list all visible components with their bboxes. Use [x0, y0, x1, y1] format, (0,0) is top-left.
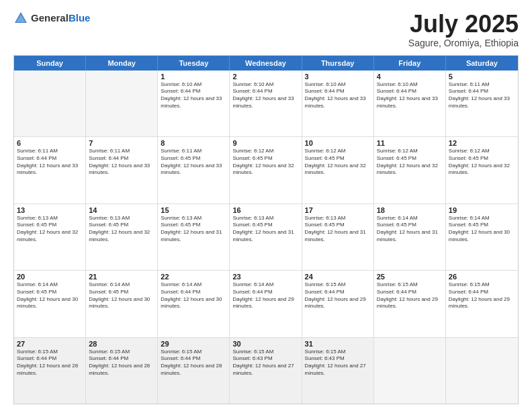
day-info: Sunrise: 6:13 AM Sunset: 6:45 PM Dayligh… [89, 215, 154, 244]
weekday-header: Thursday [302, 56, 374, 71]
day-number: 17 [305, 206, 371, 214]
calendar-cell: 19Sunrise: 6:14 AM Sunset: 6:45 PM Dayli… [446, 204, 518, 270]
day-info: Sunrise: 6:10 AM Sunset: 6:44 PM Dayligh… [161, 81, 226, 110]
calendar-cell: 5Sunrise: 6:11 AM Sunset: 6:44 PM Daylig… [446, 71, 518, 136]
calendar-cell: 28Sunrise: 6:15 AM Sunset: 6:44 PM Dayli… [86, 338, 158, 404]
day-number: 18 [377, 206, 443, 214]
calendar-cell: 26Sunrise: 6:15 AM Sunset: 6:44 PM Dayli… [446, 271, 518, 336]
day-info: Sunrise: 6:14 AM Sunset: 6:45 PM Dayligh… [449, 215, 515, 244]
day-info: Sunrise: 6:10 AM Sunset: 6:44 PM Dayligh… [232, 81, 298, 110]
calendar: SundayMondayTuesdayWednesdayThursdayFrid… [13, 55, 519, 404]
day-number: 13 [17, 206, 83, 214]
day-number: 25 [377, 273, 443, 281]
day-number: 26 [449, 273, 515, 281]
day-number: 27 [17, 340, 83, 348]
day-number: 6 [17, 139, 83, 147]
day-info: Sunrise: 6:15 AM Sunset: 6:44 PM Dayligh… [17, 349, 83, 377]
day-info: Sunrise: 6:15 AM Sunset: 6:44 PM Dayligh… [377, 281, 443, 310]
title-block: July 2025 Sagure, Oromiya, Ethiopia [408, 11, 519, 48]
calendar-cell: 1Sunrise: 6:10 AM Sunset: 6:44 PM Daylig… [158, 71, 230, 136]
calendar-cell: 31Sunrise: 6:15 AM Sunset: 6:43 PM Dayli… [302, 338, 374, 404]
calendar-cell: 12Sunrise: 6:12 AM Sunset: 6:45 PM Dayli… [446, 137, 518, 203]
day-info: Sunrise: 6:15 AM Sunset: 6:44 PM Dayligh… [161, 349, 226, 377]
calendar-cell [86, 71, 158, 136]
calendar-cell: 10Sunrise: 6:12 AM Sunset: 6:45 PM Dayli… [302, 137, 374, 203]
weekday-header: Wednesday [230, 56, 302, 71]
calendar-row: 1Sunrise: 6:10 AM Sunset: 6:44 PM Daylig… [14, 71, 518, 137]
day-info: Sunrise: 6:11 AM Sunset: 6:44 PM Dayligh… [17, 148, 83, 177]
calendar-row: 27Sunrise: 6:15 AM Sunset: 6:44 PM Dayli… [14, 338, 518, 404]
calendar-cell [446, 338, 518, 404]
day-info: Sunrise: 6:10 AM Sunset: 6:44 PM Dayligh… [305, 81, 371, 110]
calendar-cell: 16Sunrise: 6:13 AM Sunset: 6:45 PM Dayli… [230, 204, 302, 270]
day-number: 1 [161, 73, 226, 81]
day-number: 20 [17, 273, 83, 281]
calendar-row: 20Sunrise: 6:14 AM Sunset: 6:45 PM Dayli… [14, 271, 518, 337]
day-info: Sunrise: 6:15 AM Sunset: 6:44 PM Dayligh… [305, 281, 371, 310]
day-number: 15 [161, 206, 226, 214]
calendar-row: 13Sunrise: 6:13 AM Sunset: 6:45 PM Dayli… [14, 204, 518, 271]
day-info: Sunrise: 6:15 AM Sunset: 6:43 PM Dayligh… [305, 349, 371, 377]
day-info: Sunrise: 6:13 AM Sunset: 6:45 PM Dayligh… [17, 215, 83, 244]
weekday-header: Sunday [14, 56, 86, 71]
calendar-cell [374, 338, 446, 404]
day-info: Sunrise: 6:13 AM Sunset: 6:45 PM Dayligh… [232, 215, 298, 244]
calendar-cell: 29Sunrise: 6:15 AM Sunset: 6:44 PM Dayli… [158, 338, 230, 404]
day-number: 2 [232, 73, 298, 81]
calendar-cell: 4Sunrise: 6:10 AM Sunset: 6:44 PM Daylig… [374, 71, 446, 136]
calendar-cell: 23Sunrise: 6:14 AM Sunset: 6:44 PM Dayli… [230, 271, 302, 336]
calendar-cell: 21Sunrise: 6:14 AM Sunset: 6:45 PM Dayli… [86, 271, 158, 336]
day-number: 3 [305, 73, 371, 81]
day-number: 22 [161, 273, 226, 281]
day-number: 21 [89, 273, 154, 281]
day-number: 19 [449, 206, 515, 214]
day-number: 7 [89, 139, 154, 147]
calendar-cell: 14Sunrise: 6:13 AM Sunset: 6:45 PM Dayli… [86, 204, 158, 270]
weekday-header: Tuesday [158, 56, 230, 71]
day-info: Sunrise: 6:11 AM Sunset: 6:44 PM Dayligh… [449, 81, 515, 110]
day-number: 30 [232, 340, 298, 348]
day-info: Sunrise: 6:13 AM Sunset: 6:45 PM Dayligh… [161, 215, 226, 244]
day-number: 23 [232, 273, 298, 281]
calendar-cell: 2Sunrise: 6:10 AM Sunset: 6:44 PM Daylig… [230, 71, 302, 136]
day-number: 4 [377, 73, 443, 81]
calendar-cell: 27Sunrise: 6:15 AM Sunset: 6:44 PM Dayli… [14, 338, 86, 404]
day-number: 24 [305, 273, 371, 281]
day-info: Sunrise: 6:12 AM Sunset: 6:45 PM Dayligh… [305, 148, 371, 177]
day-info: Sunrise: 6:14 AM Sunset: 6:45 PM Dayligh… [377, 215, 443, 244]
calendar-header: SundayMondayTuesdayWednesdayThursdayFrid… [14, 56, 518, 71]
logo-general: GeneralBlue [31, 12, 90, 24]
calendar-cell: 22Sunrise: 6:14 AM Sunset: 6:44 PM Dayli… [158, 271, 230, 336]
calendar-cell: 13Sunrise: 6:13 AM Sunset: 6:45 PM Dayli… [14, 204, 86, 270]
calendar-cell: 3Sunrise: 6:10 AM Sunset: 6:44 PM Daylig… [302, 71, 374, 136]
calendar-cell: 17Sunrise: 6:13 AM Sunset: 6:45 PM Dayli… [302, 204, 374, 270]
calendar-body: 1Sunrise: 6:10 AM Sunset: 6:44 PM Daylig… [14, 71, 518, 404]
calendar-cell: 18Sunrise: 6:14 AM Sunset: 6:45 PM Dayli… [374, 204, 446, 270]
calendar-row: 6Sunrise: 6:11 AM Sunset: 6:44 PM Daylig… [14, 137, 518, 203]
title-month: July 2025 [408, 11, 519, 38]
weekday-header: Friday [374, 56, 446, 71]
day-info: Sunrise: 6:15 AM Sunset: 6:44 PM Dayligh… [449, 281, 515, 310]
day-number: 12 [449, 139, 515, 147]
day-number: 31 [305, 340, 371, 348]
day-number: 8 [161, 139, 226, 147]
day-number: 5 [449, 73, 515, 81]
day-info: Sunrise: 6:11 AM Sunset: 6:44 PM Dayligh… [89, 148, 154, 177]
calendar-cell: 9Sunrise: 6:12 AM Sunset: 6:45 PM Daylig… [230, 137, 302, 203]
calendar-cell: 6Sunrise: 6:11 AM Sunset: 6:44 PM Daylig… [14, 137, 86, 203]
day-number: 11 [377, 139, 443, 147]
calendar-cell: 20Sunrise: 6:14 AM Sunset: 6:45 PM Dayli… [14, 271, 86, 336]
day-info: Sunrise: 6:14 AM Sunset: 6:44 PM Dayligh… [161, 281, 226, 310]
header: GeneralBlue July 2025 Sagure, Oromiya, E… [13, 11, 519, 48]
page: GeneralBlue July 2025 Sagure, Oromiya, E… [0, 0, 532, 411]
day-info: Sunrise: 6:13 AM Sunset: 6:45 PM Dayligh… [305, 215, 371, 244]
day-info: Sunrise: 6:12 AM Sunset: 6:45 PM Dayligh… [232, 148, 298, 177]
day-info: Sunrise: 6:14 AM Sunset: 6:44 PM Dayligh… [232, 281, 298, 310]
day-info: Sunrise: 6:12 AM Sunset: 6:45 PM Dayligh… [377, 148, 443, 177]
calendar-cell: 7Sunrise: 6:11 AM Sunset: 6:44 PM Daylig… [86, 137, 158, 203]
day-number: 9 [232, 139, 298, 147]
day-info: Sunrise: 6:15 AM Sunset: 6:44 PM Dayligh… [89, 349, 154, 377]
calendar-cell: 15Sunrise: 6:13 AM Sunset: 6:45 PM Dayli… [158, 204, 230, 270]
logo: GeneralBlue [13, 11, 90, 26]
logo-icon [13, 11, 28, 26]
